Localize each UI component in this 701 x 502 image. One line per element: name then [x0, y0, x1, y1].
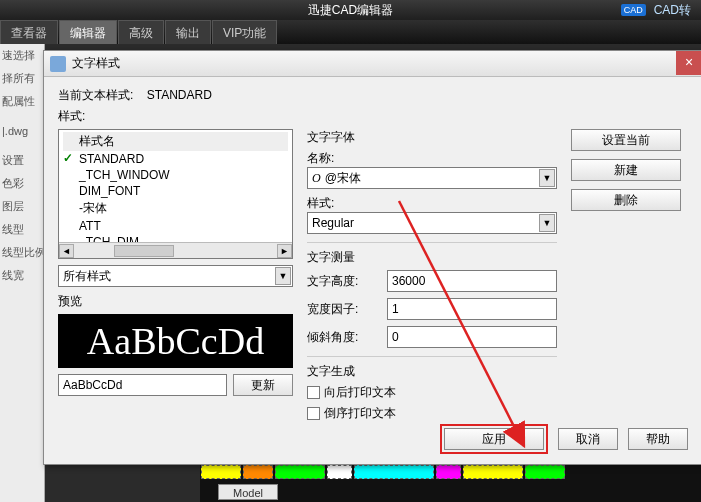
side-item[interactable]: |.dwg [0, 121, 44, 141]
apply-button[interactable]: 应用 [444, 428, 544, 450]
ribbon-tab-editor[interactable]: 编辑器 [59, 20, 117, 44]
model-tab[interactable]: Model [218, 484, 278, 500]
scroll-left-icon[interactable]: ◄ [59, 244, 74, 258]
ribbon-tab-advanced[interactable]: 高级 [118, 20, 164, 44]
side-item[interactable]: 线型比例 [0, 241, 44, 264]
list-item[interactable]: -宋体 [63, 199, 288, 218]
cad-badge-icon: CAD [621, 4, 646, 16]
close-icon[interactable]: × [676, 51, 701, 75]
gen-backwards-label: 向后打印文本 [324, 384, 396, 401]
side-item[interactable]: 图层 [0, 195, 44, 218]
font-glyph-icon: O [312, 171, 321, 186]
list-item[interactable]: DIM_FONT [63, 183, 288, 199]
side-item[interactable]: 速选择 [0, 44, 44, 67]
cancel-button[interactable]: 取消 [558, 428, 618, 450]
height-label: 文字高度: [307, 273, 387, 290]
preview-box: AaBbCcDd [58, 314, 293, 368]
scroll-right-icon[interactable]: ► [277, 244, 292, 258]
side-item[interactable]: 线型 [0, 218, 44, 241]
side-item[interactable]: 配属性 [0, 90, 44, 113]
gen-group-label: 文字生成 [307, 363, 557, 380]
font-group-label: 文字字体 [307, 129, 557, 146]
side-item[interactable]: 线宽 [0, 264, 44, 287]
help-button[interactable]: 帮助 [628, 428, 688, 450]
style-filter-combo[interactable]: ▼ [58, 265, 293, 287]
list-item[interactable]: _TCH_WINDOW [63, 167, 288, 183]
apply-highlight-box: 应用 [440, 424, 548, 454]
app-titlebar: 迅捷CAD编辑器 [0, 0, 701, 20]
preview-input[interactable] [58, 374, 227, 396]
dialog-titlebar[interactable]: 文字样式 × [44, 51, 701, 77]
h-scrollbar[interactable]: ◄ ► [59, 242, 292, 258]
checkbox-icon[interactable] [307, 407, 320, 420]
list-item[interactable]: ✓STANDARD [63, 151, 288, 167]
side-item [0, 113, 44, 121]
width-input[interactable] [387, 298, 557, 320]
dialog-button-row: 应用 取消 帮助 [440, 424, 688, 454]
update-button[interactable]: 更新 [233, 374, 293, 396]
current-style-value: STANDARD [147, 88, 212, 102]
styles-label: 样式: [58, 108, 688, 125]
side-item [0, 141, 44, 149]
ribbon-tab-viewer[interactable]: 查看器 [0, 20, 58, 44]
width-label: 宽度因子: [307, 301, 387, 318]
dialog-icon [50, 56, 66, 72]
gen-upside-label: 倒序打印文本 [324, 405, 396, 422]
drawing-area: Model [200, 462, 701, 502]
measure-group-label: 文字测量 [307, 249, 557, 266]
ribbon-tabs: 查看器 编辑器 高级 输出 VIP功能 [0, 20, 701, 44]
side-item[interactable]: 色彩 [0, 172, 44, 195]
dialog-title-text: 文字样式 [72, 55, 120, 72]
font-style-value[interactable] [307, 212, 557, 234]
preview-label: 预览 [58, 293, 293, 310]
app-title: 迅捷CAD编辑器 [308, 3, 393, 17]
font-style-label: 样式: [307, 195, 557, 212]
delete-button[interactable]: 删除 [571, 189, 681, 211]
ribbon-tab-output[interactable]: 输出 [165, 20, 211, 44]
font-name-combo[interactable]: O @宋体 ▼ [307, 167, 557, 189]
left-tool-panel: 速选择 择所有 配属性 |.dwg 设置 色彩 图层 线型 线型比例 线宽 [0, 44, 45, 502]
side-item[interactable]: 设置 [0, 149, 44, 172]
oblique-label: 倾斜角度: [307, 329, 387, 346]
font-name-value: @宋体 [325, 170, 361, 187]
checkbox-icon[interactable] [307, 386, 320, 399]
height-input[interactable] [387, 270, 557, 292]
style-filter-value[interactable] [58, 265, 293, 287]
set-current-button[interactable]: 设置当前 [571, 129, 681, 151]
ribbon-tab-vip[interactable]: VIP功能 [212, 20, 277, 44]
scroll-thumb[interactable] [114, 245, 174, 257]
list-header: 样式名 [63, 132, 288, 151]
check-icon: ✓ [63, 151, 73, 165]
cad-badge-text: CAD转 [654, 2, 691, 19]
oblique-input[interactable] [387, 326, 557, 348]
list-item[interactable]: ATT [63, 218, 288, 234]
side-item[interactable]: 择所有 [0, 67, 44, 90]
style-listbox[interactable]: 样式名 ✓STANDARD _TCH_WINDOW DIM_FONT -宋体 A… [58, 129, 293, 259]
drawing-colors [200, 464, 701, 482]
top-right-badges: CAD CAD转 [621, 0, 691, 20]
current-style-row: 当前文本样式: STANDARD [58, 87, 688, 104]
gen-backwards-row[interactable]: 向后打印文本 [307, 384, 557, 401]
gen-upside-row[interactable]: 倒序打印文本 [307, 405, 557, 422]
new-button[interactable]: 新建 [571, 159, 681, 181]
font-style-combo[interactable]: ▼ [307, 212, 557, 234]
font-name-label: 名称: [307, 150, 557, 167]
text-style-dialog: 文字样式 × 当前文本样式: STANDARD 样式: 样式名 ✓STANDAR… [43, 50, 701, 465]
current-style-label: 当前文本样式: [58, 88, 133, 102]
